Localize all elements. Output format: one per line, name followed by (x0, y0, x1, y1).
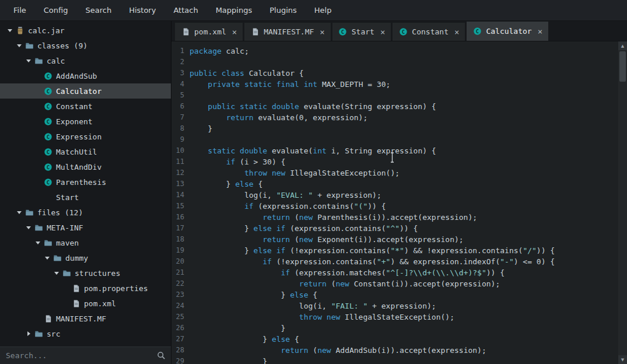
close-tab-icon[interactable]: × (232, 28, 237, 36)
tree-item-manifest-mf[interactable]: MANIFEST.MF (0, 311, 171, 326)
expanded-arrow-icon[interactable] (15, 208, 24, 217)
code-text: package calc; (184, 46, 249, 57)
tree-item-label: MultAndDiv (56, 163, 101, 172)
code-text: } else if (expression.contains("^")) { (184, 223, 418, 234)
tree-item-pom-properties[interactable]: pom.properties (0, 281, 171, 296)
tree-item-expression[interactable]: C Expression (0, 129, 171, 144)
expanded-arrow-icon[interactable] (24, 223, 34, 232)
close-tab-icon[interactable]: × (380, 28, 385, 36)
class-icon: C (473, 27, 482, 36)
expanded-arrow-icon[interactable] (15, 41, 24, 50)
close-tab-icon[interactable]: × (320, 28, 324, 36)
folder-icon (25, 208, 34, 217)
class-icon: C (43, 71, 52, 80)
menu-help[interactable]: Help (306, 0, 341, 20)
expanded-arrow-icon[interactable] (24, 56, 34, 65)
tree-item-label: files (12) (37, 208, 83, 217)
code-area[interactable]: 1package calc;23public class Calculator … (171, 41, 618, 364)
file-icon (181, 27, 190, 36)
collapsed-arrow-icon[interactable] (24, 329, 34, 338)
line-number: 8 (171, 123, 184, 134)
tree-item-classes-9[interactable]: classes (9) (0, 38, 171, 53)
indent-spacer (34, 102, 43, 111)
line-number: 28 (171, 345, 184, 356)
tree-item-addandsub[interactable]: C AddAndSub (0, 68, 171, 83)
expanded-arrow-icon[interactable] (6, 26, 15, 35)
tree-item-maven[interactable]: maven (0, 235, 171, 250)
menu-mappings[interactable]: Mappings (207, 0, 261, 20)
code-line-21: 21 if (expression.matches("^[-]?\\d+(\\.… (171, 267, 618, 278)
folder-icon (34, 329, 43, 338)
file-tree: calc.jar classes (9) calc C AddAndSub C … (0, 21, 171, 346)
search-input[interactable] (0, 347, 171, 364)
tree-item-calc-jar[interactable]: calc.jar (0, 23, 171, 38)
folder-icon (62, 269, 71, 278)
expanded-arrow-icon[interactable] (52, 268, 62, 278)
line-number: 25 (171, 312, 184, 323)
tree-item-constant[interactable]: C Constant (0, 99, 171, 114)
tree-item-label: structures (75, 269, 120, 278)
tree-item-pom-xml[interactable]: pom.xml (0, 296, 171, 311)
jar-icon (16, 26, 24, 35)
scroll-down-icon[interactable]: ▼ (618, 355, 627, 364)
folder-icon (34, 330, 43, 338)
indent-spacer (34, 162, 43, 172)
file-icon (71, 284, 80, 293)
code-text: throw new IllegalStateException(); (184, 312, 454, 323)
tab-constant[interactable]: C Constant× (393, 23, 465, 41)
tree-item-meta-inf[interactable]: META-INF (0, 220, 171, 235)
line-number: 10 (171, 145, 184, 156)
class-icon: C (472, 27, 482, 36)
close-tab-icon[interactable]: × (454, 28, 459, 36)
vertical-scrollbar[interactable]: ▲ ▼ (618, 41, 627, 364)
tree-item-dummy[interactable]: dummy (0, 250, 171, 265)
menu-plugins[interactable]: Plugins (261, 0, 306, 20)
code-line-27: 27 } else { (171, 334, 618, 345)
tab-pom-xml[interactable]: pom.xml× (175, 23, 243, 41)
class-icon: C (43, 86, 52, 96)
menu-config[interactable]: Config (35, 0, 77, 20)
line-number: 2 (171, 57, 184, 68)
code-line-1: 1package calc; (171, 46, 618, 57)
tree-item-calculator[interactable]: C Calculator (0, 83, 171, 99)
tree-item-matchutil[interactable]: C MatchUtil (0, 144, 171, 159)
code-line-4: 4 private static final int MAX_DEPTH = 3… (171, 79, 618, 90)
expanded-arrow-icon[interactable] (34, 238, 43, 247)
expanded-arrow-icon[interactable] (43, 253, 52, 262)
svg-text:C: C (476, 29, 479, 34)
folder-icon (43, 238, 52, 247)
line-number: 27 (171, 334, 184, 345)
tree-item-calc[interactable]: calc (0, 53, 171, 68)
tab-calculator[interactable]: C Calculator× (467, 22, 548, 41)
tree-item-start[interactable]: Start (0, 190, 171, 205)
menu-bar: FileConfigSearchHistoryAttachMappingsPlu… (0, 0, 627, 21)
tree-item-exponent[interactable]: C Exponent (0, 114, 171, 129)
class-icon: C (44, 148, 52, 156)
scroll-thumb[interactable] (619, 51, 626, 82)
line-number: 7 (171, 112, 184, 123)
menu-file[interactable]: File (5, 0, 35, 20)
code-text: if (expression.contains("(")) { (184, 201, 386, 212)
line-number: 18 (171, 234, 184, 245)
code-text: if (expression.matches("^[-]?\\d+(\\.\\d… (184, 267, 505, 278)
class-icon: C (398, 27, 408, 37)
code-text: return (new Constant(i)).accept(expressi… (184, 278, 500, 289)
line-number: 6 (171, 101, 184, 112)
tree-item-structures[interactable]: structures (0, 265, 171, 281)
close-tab-icon[interactable]: × (538, 27, 542, 36)
folder-icon (53, 254, 62, 262)
menu-attach[interactable]: Attach (164, 0, 206, 20)
menu-search[interactable]: Search (76, 0, 120, 20)
tab-label: Constant (412, 27, 449, 36)
tree-item-label: Calculator (56, 87, 101, 96)
line-number: 26 (171, 323, 184, 334)
tree-item-files-12[interactable]: files (12) (0, 205, 171, 220)
tab-manifest-mf[interactable]: MANIFEST.MF× (244, 23, 331, 41)
code-line-13: 13 } else { (171, 178, 618, 190)
tree-item-parenthesis[interactable]: C Parenthesis (0, 174, 171, 190)
menu-history[interactable]: History (120, 0, 164, 20)
tree-item-multanddiv[interactable]: C MultAndDiv (0, 159, 171, 174)
tree-item-src[interactable]: src (0, 326, 171, 341)
scroll-up-icon[interactable]: ▲ (618, 41, 627, 50)
tab-start[interactable]: C Start× (332, 23, 391, 41)
